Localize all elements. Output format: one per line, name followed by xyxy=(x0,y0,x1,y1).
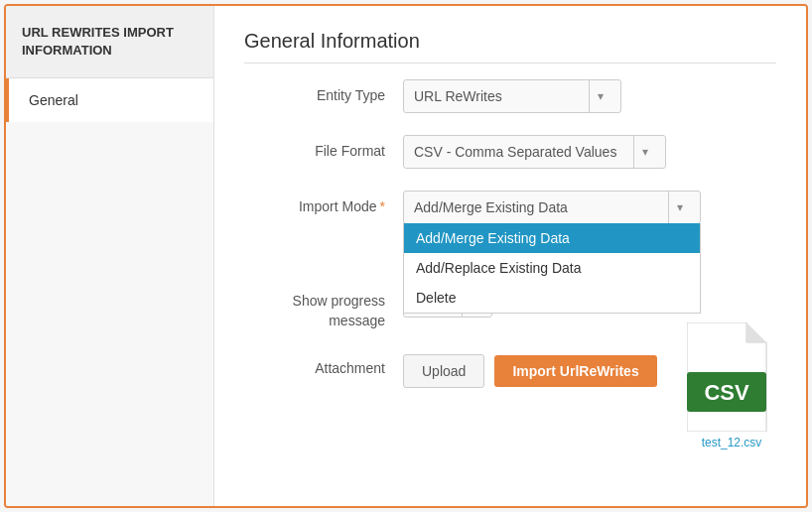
entity-type-row: Entity Type URL ReWrites ▾ xyxy=(244,79,776,113)
import-mode-label: Import Mode* xyxy=(244,191,403,214)
sidebar-item-label: General xyxy=(29,92,78,108)
csv-icon-wrapper: CSV test_12.csv xyxy=(687,322,776,449)
upload-button[interactable]: Upload xyxy=(403,354,484,388)
file-format-arrow-icon: ▾ xyxy=(633,136,655,168)
show-progress-label: Show progress message xyxy=(244,284,403,330)
entity-type-field: URL ReWrites ▾ xyxy=(403,79,776,113)
import-mode-select[interactable]: Add/Merge Existing Data ▾ xyxy=(403,191,701,224)
svg-text:CSV: CSV xyxy=(704,380,749,405)
attachment-area: Upload Import UrlReWrites CSV xyxy=(403,352,776,449)
import-button[interactable]: Import UrlReWrites xyxy=(494,355,656,387)
sidebar: URL REWRITES IMPORT INFORMATION General xyxy=(6,6,214,506)
file-format-select[interactable]: CSV - Comma Separated Values ▾ xyxy=(403,135,666,169)
import-mode-row: Import Mode* Add/Merge Existing Data ▾ A… xyxy=(244,191,776,224)
file-format-value: CSV - Comma Separated Values xyxy=(414,144,627,160)
import-mode-field: Add/Merge Existing Data ▾ Add/Merge Exis… xyxy=(403,191,776,224)
sidebar-title: URL REWRITES IMPORT INFORMATION xyxy=(6,6,213,78)
import-mode-wrapper: Add/Merge Existing Data ▾ Add/Merge Exis… xyxy=(403,191,701,224)
dropdown-option-2[interactable]: Delete xyxy=(404,283,700,313)
dropdown-option-1[interactable]: Add/Replace Existing Data xyxy=(404,253,700,283)
import-mode-value: Add/Merge Existing Data xyxy=(414,199,662,215)
dropdown-option-0[interactable]: Add/Merge Existing Data xyxy=(404,223,700,253)
section-title: General Information xyxy=(244,30,776,64)
entity-type-select[interactable]: URL ReWrites ▾ xyxy=(403,79,621,113)
file-format-field: CSV - Comma Separated Values ▾ xyxy=(403,135,776,169)
entity-type-label: Entity Type xyxy=(244,79,403,103)
attachment-label: Attachment xyxy=(244,352,403,376)
svg-marker-1 xyxy=(746,322,766,342)
entity-type-value: URL ReWrites xyxy=(414,88,583,104)
main-content: General Information Entity Type URL ReWr… xyxy=(214,6,806,506)
import-mode-dropdown: Add/Merge Existing Data Add/Replace Exis… xyxy=(403,223,701,314)
app-container: URL REWRITES IMPORT INFORMATION General … xyxy=(4,4,808,508)
file-format-label: File Format xyxy=(244,135,403,159)
attachment-row: Attachment Upload Import UrlReWrites xyxy=(244,352,776,449)
entity-type-arrow-icon: ▾ xyxy=(589,80,610,112)
file-format-row: File Format CSV - Comma Separated Values… xyxy=(244,135,776,169)
sidebar-item-general[interactable]: General xyxy=(6,78,213,122)
required-asterisk: * xyxy=(380,198,385,214)
csv-filename: test_12.csv xyxy=(702,436,762,449)
import-mode-arrow-icon: ▾ xyxy=(668,192,690,223)
csv-file-icon: CSV xyxy=(687,322,776,432)
